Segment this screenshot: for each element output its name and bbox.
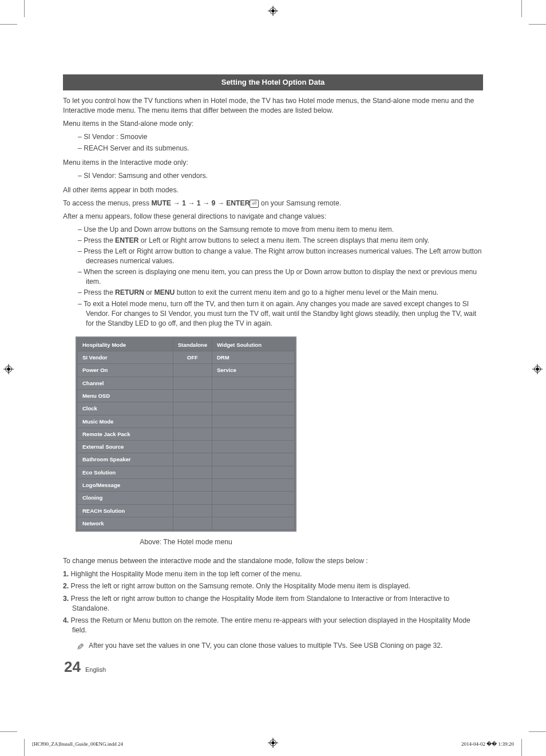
step-number: 1.: [63, 570, 71, 578]
menu-item-label: [212, 415, 294, 428]
menu-item-value: [173, 415, 212, 428]
list-item: REACH Server and its submenus.: [63, 144, 483, 153]
menu-item-label: Music Mode: [78, 415, 173, 428]
menu-item-label: [212, 389, 294, 402]
table-row: Eco Solution: [78, 466, 295, 478]
list-item: When the screen is displaying one menu i…: [63, 267, 483, 287]
footer-timestamp: 2014-04-02 �� 1:39:20: [461, 741, 514, 747]
change-intro: To change menus between the interactive …: [63, 556, 483, 566]
menu-item-label: Network: [78, 517, 173, 529]
intro-text: To let you control how the TV functions …: [63, 96, 483, 116]
menu-item-label: Service: [212, 364, 294, 377]
table-row: Power OnService: [78, 364, 295, 377]
page-number: 24: [64, 658, 81, 676]
menu-item-label: [212, 377, 294, 389]
menu-item-value: [173, 364, 212, 377]
table-row: Menu OSD: [78, 389, 295, 402]
svg-point-3: [271, 9, 274, 12]
menu-item-value: [173, 428, 212, 440]
table-row: Cloning: [78, 492, 295, 504]
footer: [HC890_ZA]Install_Guide_00ENG.indd 24 20…: [32, 741, 514, 747]
table-row: SI VendorOFFDRM: [78, 351, 295, 364]
menu-item-label: Clock: [78, 402, 173, 415]
step-number: 3.: [63, 595, 71, 603]
menu-item-label: [212, 402, 294, 415]
menu-item-value: Standalone: [173, 338, 212, 351]
menu-item-label: [212, 453, 294, 466]
menu-caption: Above: The Hotel mode menu: [63, 537, 309, 547]
interactive-heading: Menu items in the Interactive mode only:: [63, 158, 483, 168]
directions-heading: After a menu appears, follow these gener…: [63, 212, 483, 221]
menu-item-value: [173, 453, 212, 466]
registration-mark-icon: [268, 6, 278, 16]
list-item: To exit a Hotel mode menu, turn off the …: [63, 299, 483, 328]
registration-mark-icon: [532, 364, 543, 374]
list-item: Press the ENTER or Left or Right arrow b…: [63, 236, 483, 246]
menu-item-value: [173, 402, 212, 415]
step-number: 4.: [63, 616, 71, 624]
table-row: Clock: [78, 402, 295, 415]
menu-item-label: Menu OSD: [78, 389, 173, 402]
note-icon: ✎: [77, 641, 84, 654]
step-item: 1. Highlight the Hospitality Mode menu i…: [63, 569, 483, 579]
step-item: 4. Press the Return or Menu button on th…: [63, 616, 483, 635]
menu-item-label: [212, 504, 294, 517]
menu-item-label: [212, 517, 294, 529]
access-suffix: on your Samsung remote.: [259, 199, 341, 207]
table-row: External Source: [78, 441, 295, 453]
menu-item-label: Cloning: [78, 492, 173, 504]
table-row: Channel: [78, 377, 295, 389]
menu-item-label: [212, 441, 294, 453]
menu-item-value: [173, 466, 212, 478]
menu-item-label: [212, 428, 294, 440]
footer-file: [HC890_ZA]Install_Guide_00ENG.indd 24: [32, 741, 123, 747]
menu-item-value: OFF: [173, 351, 212, 364]
menu-item-value: [173, 389, 212, 402]
table-row: Hospitality ModeStandaloneWidget Souluti…: [78, 338, 295, 351]
standalone-list: SI Vendor : Smoovie REACH Server and its…: [63, 132, 483, 153]
table-row: Logo/Message: [78, 479, 295, 492]
list-item: Use the Up and Down arrow buttons on the…: [63, 225, 483, 235]
access-prefix: To access the menus, press: [63, 199, 151, 207]
step-number: 2.: [63, 582, 71, 590]
menu-item-label: REACH Solution: [78, 504, 173, 517]
menu-item-label: Power On: [78, 364, 173, 377]
table-row: REACH Solution: [78, 504, 295, 517]
steps-list: 1. Highlight the Hospitality Mode menu i…: [63, 569, 483, 635]
directions-list: Use the Up and Down arrow buttons on the…: [63, 225, 483, 328]
menu-item-label: Hospitality Mode: [78, 338, 173, 351]
menu-item-label: Bathroom Speaker: [78, 453, 173, 466]
both-modes-text: All other items appear in both modes.: [63, 185, 483, 195]
menu-item-label: [212, 492, 294, 504]
table-row: Music Mode: [78, 415, 295, 428]
note-row: ✎ After you have set the values in one T…: [77, 641, 483, 654]
menu-item-label: [212, 479, 294, 492]
interactive-list: SI Vendor: Samsung and other vendors.: [63, 171, 483, 181]
list-item: Press the RETURN or MENU button to exit …: [63, 288, 483, 298]
list-item: SI Vendor : Smoovie: [63, 132, 483, 142]
menu-item-value: [173, 479, 212, 492]
menu-item-value: [173, 504, 212, 517]
menu-item-label: Channel: [78, 377, 173, 389]
step-text: Press the Return or Menu button on the r…: [71, 616, 470, 634]
table-row: Network: [78, 517, 295, 529]
menu-item-label: Widget Soulution: [212, 338, 294, 351]
menu-item-label: DRM: [212, 351, 294, 364]
access-instruction: To access the menus, press MUTE → 1 → 1 …: [63, 199, 483, 208]
access-sequence: MUTE → 1 → 1 → 9 → ENTER: [151, 199, 250, 207]
section-header: Setting the Hotel Option Data: [63, 74, 483, 90]
page-number-block: 24 English: [64, 658, 106, 676]
hotel-menu-table: Hospitality ModeStandaloneWidget Souluti…: [76, 337, 296, 532]
menu-item-label: [212, 466, 294, 478]
list-item: SI Vendor: Samsung and other vendors.: [63, 171, 483, 181]
menu-item-value: [173, 517, 212, 529]
note-text: After you have set the values in one TV,…: [89, 641, 442, 651]
table-row: Bathroom Speaker: [78, 453, 295, 466]
step-text: Highlight the Hospitality Mode menu item…: [71, 570, 302, 578]
menu-item-label: Eco Solution: [78, 466, 173, 478]
menu-item-value: [173, 492, 212, 504]
menu-item-value: [173, 441, 212, 453]
enter-icon: ⏎: [250, 200, 259, 208]
registration-mark-icon: [3, 364, 14, 374]
standalone-heading: Menu items in the Stand-alone mode only:: [63, 119, 483, 129]
